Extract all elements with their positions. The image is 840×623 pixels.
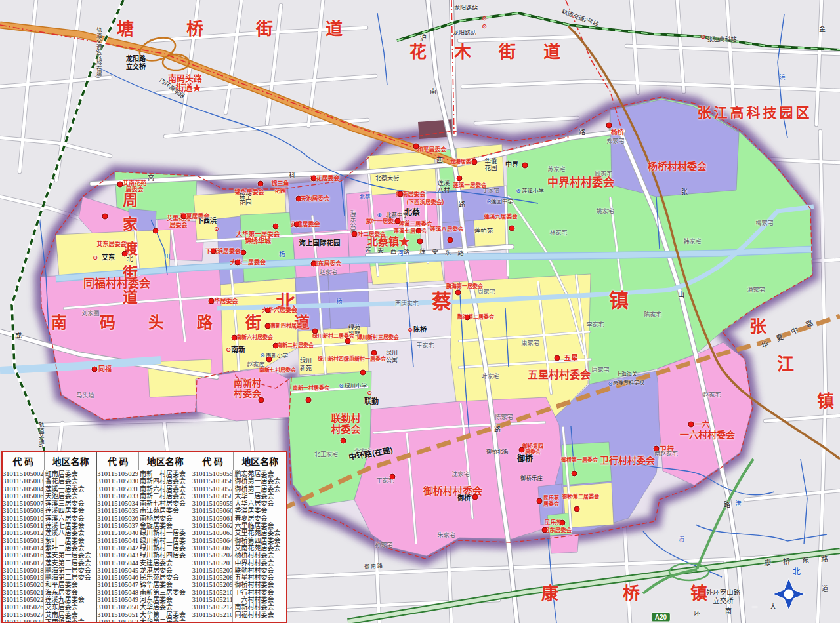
table-row: 310115105211一六村村委会 [192,596,286,603]
code-cell: 310115105049 [97,596,138,603]
name-cell: 莲溪六居委会 [43,515,97,522]
table-row: 310115105002虹南居委会 [3,470,96,477]
name-cell: 莲溪八居委会 [43,529,97,536]
code-cell: 310115105010 [3,515,43,522]
code-cell: 310115105040 [97,529,138,536]
name-cell: 御桥第四居委会 [232,537,286,544]
code-cell: 310115105057 [192,485,233,492]
code-cell: 310115105022 [3,596,43,603]
name-cell: 南杨居委会 [138,515,192,522]
code-cell: 310115105012 [3,529,43,536]
code-cell: 310115105051 [97,611,138,618]
code-cell: 310115105017 [3,559,43,567]
name-cell: 联勤村村委会 [232,567,286,574]
table-row: 310115105014紫叶二居委会 [3,544,96,552]
name-cell: 南新七村居委会 [138,500,192,507]
table-row: 310115105056御桥第一居委会 [192,477,286,485]
name-cell: 下西浜居委会 [43,618,97,622]
name-cell: 莲溪一居委会 [43,485,97,492]
code-cell: 310115105036 [97,515,138,522]
table-row: 310115105036南杨居委会 [97,515,191,522]
name-cell: 艾南居委会 [43,611,97,618]
name-cell: 金旋居委会 [138,522,192,529]
table-row: 310115105052大华第二居委会 [97,618,191,622]
code-cell: 310115105047 [97,581,138,588]
code-cell: 310115105210 [192,589,233,596]
name-cell: 艾南花苑居委会 [232,544,286,552]
name-cell: 御桥第二居委会 [232,485,286,492]
name-cell: 一六村村委会 [232,596,286,603]
name-cell: 紫叶一居委会 [43,537,97,544]
code-cell: 310115105028 [3,618,43,622]
a20-badge: A20 [651,613,671,622]
table-row: 310115105028下西浜居委会 [3,618,96,622]
code-cell: 310115105045 [97,567,138,574]
name-cell: 艾东居委会 [43,603,97,611]
code-table-group-3: 代 码 地区名称 310115105055鹏宏苑居委会310115105056御… [192,452,286,622]
table-row: 310115105051大华第一居委会 [97,611,191,618]
name-cell: 绿川新村一居委会 [138,529,192,536]
code-cell: 310115105008 [3,507,43,514]
name-cell: 莲安第二居委会 [43,559,97,567]
code-table-group-1: 代 码 地区名称 310115105002虹南居委会310115105003香花… [3,452,97,622]
name-cell: 南新一村居委会 [138,470,192,477]
name-cell: 鹏海第二居委会 [43,574,97,581]
name-cell: 大华第二居委会 [138,618,192,622]
column-header-name: 地区名称 [138,452,192,470]
table-row: 310115105062六里临居委会 [192,522,286,529]
code-cell: 310115105211 [192,596,233,603]
code-cell: 310115105062 [192,522,233,529]
name-cell: 绿川新村四居委会 [138,552,192,559]
name-cell: 大华居委会 [138,603,192,611]
name-cell: 绿川新村三居委会 [138,544,192,552]
table-row: 310115105065艾南花苑居委会 [192,544,286,552]
code-cell: 310115105007 [3,500,43,507]
table-row: 310115105210卫行村村委会 [192,589,286,596]
code-cell: 310115105026 [3,603,43,611]
name-cell: 莲溪四居委会 [43,507,97,514]
column-header-name: 地区名称 [44,452,97,470]
table-row: 310115105037金旋居委会 [97,522,191,529]
name-cell: 五星村村委会 [232,574,286,581]
table-row: 310115105016莲安第一居委会 [3,552,96,559]
column-header-code: 代 码 [97,452,138,470]
name-cell: 南新第三居委会 [138,589,192,596]
name-cell: 御桥第一居委会 [232,477,286,485]
name-cell: 河东居委会 [138,596,192,603]
name-cell: 莲溪九居委会 [43,596,97,603]
code-cell: 310115105059 [192,500,233,507]
name-cell: 大华六居委会 [232,500,286,507]
code-cell: 310115105048 [97,589,138,596]
code-cell: 310115105052 [97,618,138,622]
table-row: 310115105027艾南居委会 [3,611,96,618]
name-cell: 龙港居委会 [138,567,192,574]
table-row: 310115105007莲溪三居委会 [3,500,96,507]
code-cell [192,618,233,622]
name-cell [232,618,286,622]
code-cell: 310115105016 [3,552,43,559]
table-row: 310115105209御桥村村委会 [192,581,286,588]
name-cell: 春夏居委会 [232,515,286,522]
name-cell: 安建居委会 [138,559,192,567]
code-cell: 310115105060 [192,507,233,514]
table-row: 310115105034南新七村居委会 [97,500,191,507]
name-cell: 南新二村居委会 [138,492,192,500]
code-cell: 310115105037 [97,522,138,529]
code-cell: 310115105006 [3,492,43,500]
code-cell: 310115105055 [192,470,233,477]
table-row: 310115105003香花居委会 [3,477,96,485]
name-cell: 南新四村居委会 [138,477,192,485]
name-cell: 鹏宏苑居委会 [232,470,286,477]
table-row: 310115105212南新村村委会 [192,603,286,611]
name-cell: 艾里花苑居委会 [232,529,286,536]
table-row: 310115105018鹏海第一居委会 [3,567,96,574]
column-header-code: 代 码 [192,452,234,470]
code-cell: 310115105046 [97,574,138,581]
code-cell: 310115105035 [97,507,138,514]
code-cell: 310115105019 [3,574,43,581]
table-row: 310115105049河东居委会 [97,596,191,603]
name-cell: 香溢居委会 [232,507,286,514]
table-row: 310115105216同福村村委会 [192,611,286,618]
map-canvas: 塘桥街道南码头路街道花木街道张江高科技园区周家渡街道南码头路街道★北蔡镇★北蔡镇… [0,0,840,623]
table-row: 310115105041绿川新村二居委会 [97,537,191,544]
